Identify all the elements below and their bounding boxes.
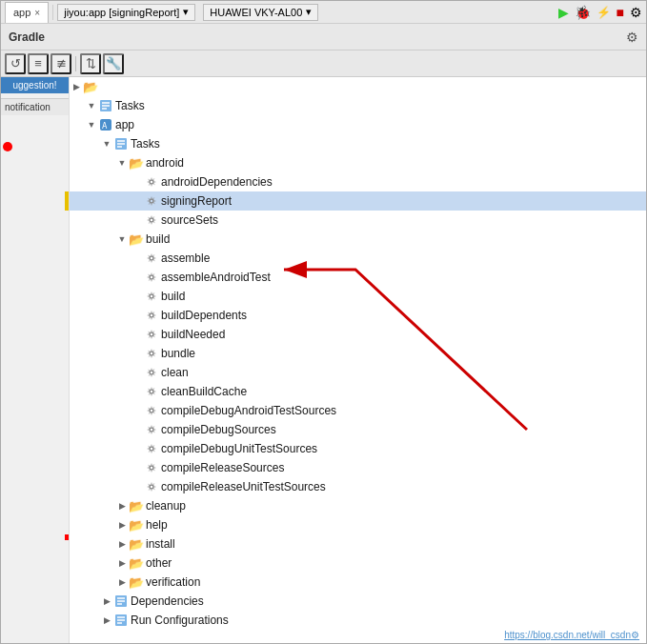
- panel-container: uggestion! notification 📂TasksAappTasks📂…: [1, 77, 646, 643]
- tree-label-bundle: bundle: [161, 347, 195, 360]
- tasks-icon: [98, 98, 113, 113]
- app-tab-label: app: [13, 7, 30, 18]
- app-icon: A: [98, 117, 113, 132]
- tree-arrow-android[interactable]: [115, 153, 129, 172]
- tree-label-compileDebugSources: compileDebugSources: [161, 423, 276, 436]
- tree-arrow-clean: [131, 363, 144, 382]
- tree-node-tasks-root[interactable]: Tasks: [70, 96, 646, 115]
- tree-node-root-expand[interactable]: 📂: [70, 77, 646, 96]
- tree-label-assemble: assemble: [161, 252, 210, 265]
- gradle-panel-title: Gradle: [9, 30, 45, 44]
- red-marker: [65, 534, 69, 540]
- tree-node-bundle[interactable]: bundle: [70, 344, 646, 363]
- group-button[interactable]: ⇅: [80, 53, 101, 74]
- collapse-all-icon: ≢: [56, 56, 67, 70]
- gear-icon: [144, 327, 159, 342]
- panel-gear-button[interactable]: ⚙: [626, 30, 638, 45]
- tree-arrow-build[interactable]: [115, 230, 129, 249]
- tree-arrow-other[interactable]: [115, 553, 129, 573]
- tree-node-assembleAndroidTest[interactable]: assembleAndroidTest: [70, 268, 646, 287]
- tree-node-buildNeeded[interactable]: buildNeeded: [70, 325, 646, 344]
- tree-node-compileDebugSources[interactable]: compileDebugSources: [70, 420, 646, 439]
- tree-node-buildDependents[interactable]: buildDependents: [70, 306, 646, 325]
- tree-arrow-tasks-app[interactable]: [100, 134, 113, 153]
- gradle-tree-panel[interactable]: 📂TasksAappTasks📂androidandroidDependenci…: [70, 77, 646, 643]
- tree-node-other[interactable]: 📂other: [70, 553, 646, 573]
- tree-arrow-sourceSets: [131, 211, 144, 230]
- group-icon: ⇅: [86, 56, 96, 70]
- notification-label: notification: [5, 102, 51, 112]
- svg-point-12: [150, 218, 153, 222]
- tree-node-assemble[interactable]: assemble: [70, 249, 646, 268]
- tree-label-app: app: [115, 118, 134, 131]
- expand-all-button[interactable]: ≡: [28, 53, 49, 74]
- watermark-text: https://blog.csdn.net/will_csdn⚙: [504, 630, 639, 640]
- close-tab-button[interactable]: ×: [34, 8, 40, 18]
- attach-button[interactable]: ⚡: [596, 6, 611, 19]
- suggestion-label: uggestion!: [12, 80, 56, 91]
- tree-arrow-verification[interactable]: [115, 573, 129, 592]
- svg-point-20: [150, 390, 153, 393]
- folder-icon: 📂: [129, 574, 144, 590]
- tree-node-signingReport[interactable]: signingReport: [70, 191, 646, 211]
- settings-toolbar-button[interactable]: 🔧: [103, 53, 124, 74]
- tree-arrow-dependencies[interactable]: [100, 592, 113, 611]
- tab-separator: [52, 5, 53, 20]
- tree-arrow-root-expand[interactable]: [70, 77, 83, 96]
- svg-text:A: A: [102, 121, 108, 131]
- run-button[interactable]: ▶: [558, 5, 569, 20]
- tree-node-clean[interactable]: clean: [70, 363, 646, 382]
- tree-node-compileReleaseUnitTestSources[interactable]: compileReleaseUnitTestSources: [70, 477, 646, 496]
- tree-label-runconfigs: Run Configurations: [131, 614, 229, 627]
- signing-report-dropdown[interactable]: jiyou:app [signingReport] ▾: [57, 4, 195, 21]
- collapse-all-button[interactable]: ≢: [51, 53, 71, 74]
- svg-point-15: [150, 294, 153, 298]
- tree-node-sourceSets[interactable]: sourceSets: [70, 211, 646, 230]
- device-dropdown[interactable]: HUAWEI VKY-AL00 ▾: [203, 4, 318, 21]
- tree-arrow-tasks-root[interactable]: [85, 96, 98, 115]
- stop-button[interactable]: ■: [617, 5, 624, 20]
- tree-node-cleanup[interactable]: 📂cleanup: [70, 496, 646, 515]
- tree-label-clean: clean: [161, 366, 189, 379]
- tree-node-build-task[interactable]: build: [70, 287, 646, 306]
- folder-icon: 📂: [129, 498, 144, 513]
- tree-arrow-build-task: [131, 287, 144, 306]
- tree-node-androidDeps[interactable]: androidDependencies: [70, 172, 646, 191]
- tree-arrow-compileDebugUnitTestSources: [131, 439, 144, 458]
- tree-node-tasks-app[interactable]: Tasks: [70, 134, 646, 153]
- notification-tab[interactable]: notification: [1, 98, 69, 115]
- tree-node-help[interactable]: 📂help: [70, 515, 646, 534]
- tree-node-install[interactable]: 📂install: [70, 534, 646, 553]
- tree-arrow-help[interactable]: [115, 515, 129, 534]
- settings-button[interactable]: ⚙: [630, 5, 642, 20]
- tree-label-assembleAndroidTest: assembleAndroidTest: [161, 271, 271, 284]
- tree-arrow-install[interactable]: [115, 534, 129, 553]
- tasks-icon: [113, 594, 129, 609]
- gear-icon: [144, 441, 159, 456]
- tree-node-app[interactable]: Aapp: [70, 115, 646, 134]
- refresh-button[interactable]: ↺: [5, 53, 26, 74]
- tree-node-android[interactable]: 📂android: [70, 153, 646, 172]
- tree-arrow-cleanup[interactable]: [115, 496, 129, 515]
- gear-icon: [144, 193, 159, 209]
- suggestion-tab[interactable]: uggestion!: [1, 77, 69, 93]
- tree-node-dependencies[interactable]: Dependencies: [70, 592, 646, 611]
- tree-node-verification[interactable]: 📂verification: [70, 573, 646, 592]
- tree-node-build[interactable]: 📂build: [70, 230, 646, 249]
- tree-node-compileReleaseSources[interactable]: compileReleaseSources: [70, 458, 646, 477]
- tree-node-compileDebugAndroidTestSources[interactable]: compileDebugAndroidTestSources: [70, 401, 646, 420]
- folder-icon: 📂: [129, 155, 144, 171]
- tree-node-compileDebugUnitTestSources[interactable]: compileDebugUnitTestSources: [70, 439, 646, 458]
- tree-arrow-app[interactable]: [85, 115, 98, 134]
- gear-icon: [144, 365, 159, 380]
- tree-label-build-task: build: [161, 290, 185, 303]
- app-tab[interactable]: app ×: [5, 2, 49, 23]
- watermark[interactable]: https://blog.csdn.net/will_csdn⚙: [504, 630, 639, 640]
- debug-button[interactable]: 🐞: [575, 5, 591, 20]
- folder-icon: 📂: [129, 536, 144, 552]
- tree-node-cleanBuildCache[interactable]: cleanBuildCache: [70, 382, 646, 401]
- tree-label-androidDeps: androidDependencies: [161, 175, 273, 189]
- tree-arrow-runconfigs[interactable]: [100, 611, 113, 630]
- tree-node-runconfigs[interactable]: Run Configurations: [70, 611, 646, 630]
- expand-all-icon: ≡: [34, 56, 42, 70]
